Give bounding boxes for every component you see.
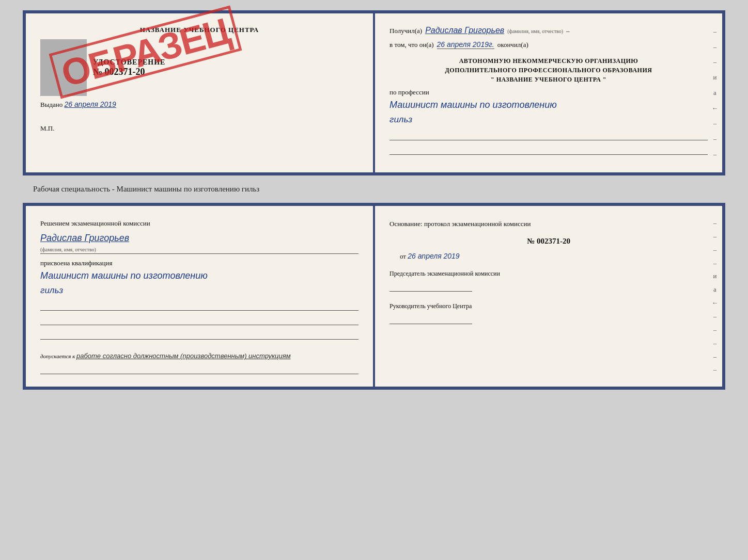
vydano-date: 26 апреля 2019 [65, 100, 116, 108]
vtom-line: в том, что он(а) 26 апреля 2019г. окончи… [389, 40, 708, 49]
photo-placeholder [40, 39, 87, 96]
poluchil-line: Получил(а) Радислав Григорьев (фамилия, … [389, 26, 708, 35]
bottom-profession-line1: Машинист машины по изготовлению [40, 269, 359, 282]
bottom-underline4 [40, 363, 359, 374]
vydano-line: Выдано 26 апреля 2019 [40, 100, 359, 109]
udostoverenie-label: УДОСТОВЕРЕНИЕ [93, 58, 165, 67]
bottom-profession-block: Машинист машины по изготовлению гильз [40, 269, 359, 297]
udostoverenie-block: УДОСТОВЕРЕНИЕ № 002371-20 [40, 39, 359, 96]
bottom-recipient-name: Радислав Григорьев [40, 233, 129, 244]
mp-line: М.П. [40, 124, 359, 133]
date-block: от 26 апреля 2019 [400, 250, 708, 263]
bottom-underline3 [40, 328, 359, 340]
bottom-left-panel: Решением экзаменационной комиссии Радисл… [26, 206, 373, 387]
predsedatel-title: Председатель экзаменационной комиссии [389, 269, 708, 278]
top-left-panel: НАЗВАНИЕ УЧЕБНОГО ЦЕНТРА ОБРАЗЕЦ УДОСТОВ… [26, 13, 373, 172]
protocol-number-block: № 002371-20 [389, 235, 708, 248]
dash-after-name: – [566, 27, 570, 35]
bottom-name-label: (фамилия, имя, отчество) [40, 247, 359, 254]
recipient-name: Радислав Григорьев [425, 26, 504, 35]
org-name: " НАЗВАНИЕ УЧЕБНОГО ЦЕНТРА " [389, 75, 708, 84]
bottom-date: 26 апреля 2019 [408, 252, 459, 260]
top-document: НАЗВАНИЕ УЧЕБНОГО ЦЕНТРА ОБРАЗЕЦ УДОСТОВ… [23, 10, 725, 175]
top-right-panel: Получил(а) Радислав Григорьев (фамилия, … [375, 13, 722, 172]
resheniem-line: Решением экзаменационной комиссии [40, 218, 359, 229]
between-label: Рабочая специальность - Машинист машины … [33, 185, 259, 194]
right-dashes: – – – и а ← – – – [708, 13, 722, 172]
vtom-date: 26 апреля 2019г. [437, 40, 494, 49]
rukovoditel-title: Руководитель учебного Центра [389, 302, 708, 311]
ot-label: от [400, 252, 406, 260]
vtom-prefix: в том, что он(а) [389, 41, 434, 49]
bottom-right-dashes: – – – – и а ← – – – – – [708, 206, 722, 387]
underline1 [389, 129, 708, 140]
dopuskaetsya-block: допускается к работе согласно должностны… [40, 352, 359, 360]
profession-block: по профессии Машинист машины по изготовл… [389, 88, 708, 126]
predsedatel-signature-line [389, 280, 472, 292]
org-line2: ДОПОЛНИТЕЛЬНОГО ПРОФЕССИОНАЛЬНОГО ОБРАЗО… [389, 66, 708, 75]
osnovanie-text: Основание: протокол экзаменационной коми… [389, 218, 708, 230]
profession-line2: гильз [389, 114, 708, 126]
bottom-document: Решением экзаменационной комиссии Радисл… [23, 203, 725, 390]
org-line1: АВТОНОМНУЮ НЕКОММЕРЧЕСКУЮ ОРГАНИЗАЦИЮ [389, 56, 708, 66]
cert-number: № 002371-20 [93, 67, 145, 77]
protocol-number: № 002371-20 [389, 235, 708, 248]
decision-text: Решением экзаменационной комиссии [40, 218, 359, 229]
profession-line1: Машинист машины по изготовлению [389, 99, 708, 111]
bottom-name-line: Радислав Григорьев [40, 233, 359, 244]
poluchil-label: Получил(а) [389, 27, 422, 35]
po-professii: по профессии [389, 88, 429, 96]
prisvoena-text: присвоена квалификация [40, 259, 359, 267]
rukovoditel-signature-line [389, 313, 472, 324]
bottom-underline1 [40, 299, 359, 311]
cert-number-block: УДОСТОВЕРЕНИЕ № 002371-20 [93, 58, 165, 77]
rukovoditel-block: Руководитель учебного Центра [389, 302, 708, 324]
name-label: (фамилия, имя, отчество) [507, 28, 563, 34]
bottom-profession-line2: гильз [40, 284, 359, 297]
underline2 [389, 143, 708, 155]
dopuskaetsya-prefix: допускается к [40, 353, 75, 359]
dopuskaetsya-text: работе согласно должностным (производств… [76, 352, 291, 360]
org-block: АВТОНОМНУЮ НЕКОММЕРЧЕСКУЮ ОРГАНИЗАЦИЮ ДО… [389, 56, 708, 84]
top-center-title: НАЗВАНИЕ УЧЕБНОГО ЦЕНТРА [40, 26, 359, 34]
bottom-right-panel: Основание: протокол экзаменационной коми… [375, 206, 722, 387]
okonchil-label: окончил(а) [497, 41, 528, 49]
bottom-right-content: Основание: протокол экзаменационной коми… [389, 218, 708, 324]
bottom-underline2 [40, 314, 359, 325]
predsedatel-block: Председатель экзаменационной комиссии [389, 269, 708, 292]
